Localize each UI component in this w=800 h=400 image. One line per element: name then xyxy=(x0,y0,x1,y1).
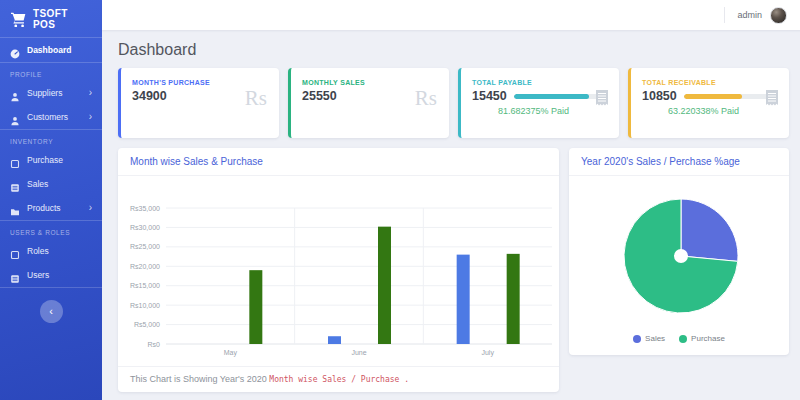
app-logo[interactable]: TSOFT POS xyxy=(0,0,102,37)
chevron-right-icon: › xyxy=(89,89,92,97)
user-icon xyxy=(10,88,20,98)
sidebar-item-label: Purchase xyxy=(27,155,63,165)
paid-progressbar xyxy=(684,94,776,99)
bar-chart-footer: This Chart is Showing Year's 2020 Month … xyxy=(118,366,559,392)
footer-code-text: Month wise Sales / Purchase . xyxy=(269,375,409,384)
paid-percent-text: 63.220338% Paid xyxy=(668,106,779,116)
legend-dot xyxy=(679,335,687,343)
pie-chart-header: Year 2020's Sales / Perchase %age xyxy=(569,148,789,176)
stat-cards-row: MONTH'S PURCHASE 34900 Rs MONTHLY SALES … xyxy=(102,68,800,138)
bar-chart: Rs0Rs5,000Rs10,000Rs15,000Rs20,000Rs25,0… xyxy=(118,178,559,362)
svg-text:Rs5,000: Rs5,000 xyxy=(134,321,160,328)
svg-text:Rs15,000: Rs15,000 xyxy=(130,282,160,289)
user-menu-label[interactable]: admin xyxy=(737,10,762,20)
list-icon xyxy=(10,179,20,189)
card-value: 10850 xyxy=(642,89,677,103)
card-label: MONTHLY SALES xyxy=(302,79,439,86)
currency-symbol: Rs xyxy=(415,86,437,111)
sidebar-item-label: Sales xyxy=(27,179,48,189)
bar-chart-title: Month wise Sales & Purchase xyxy=(130,156,547,167)
paid-percent-text: 81.682375% Paid xyxy=(498,106,609,116)
paid-progressbar xyxy=(514,94,606,99)
page-title: Dashboard xyxy=(102,30,800,68)
charts-row: Month wise Sales & Purchase Rs0Rs5,000Rs… xyxy=(102,138,800,392)
divider xyxy=(724,7,725,23)
pie-chart-card: Year 2020's Sales / Perchase %age SalesP… xyxy=(569,148,789,355)
card-value: 15450 xyxy=(472,89,507,103)
user-avatar[interactable] xyxy=(770,7,787,24)
sidebar-item-dashboard[interactable]: Dashboard xyxy=(0,38,102,62)
card-monthly-sales: MONTHLY SALES 25550 Rs xyxy=(288,68,449,138)
divider xyxy=(0,287,102,288)
gauge-icon xyxy=(10,45,20,55)
sidebar-item-label: Products xyxy=(27,203,61,213)
svg-text:June: June xyxy=(351,349,366,356)
svg-text:Rs10,000: Rs10,000 xyxy=(130,302,160,309)
sidebar-item-sales[interactable]: Sales xyxy=(0,172,102,196)
sidebar-item-roles[interactable]: Roles xyxy=(0,239,102,263)
sidebar-item-label: Customers xyxy=(27,112,68,122)
card-label: TOTAL PAYABLE xyxy=(472,79,609,86)
legend-item-sales[interactable]: Sales xyxy=(633,334,665,343)
sidebar-item-label: Users xyxy=(27,270,49,280)
chevron-right-icon: › xyxy=(89,113,92,121)
list-icon xyxy=(10,270,20,280)
bar-chart-header: Month wise Sales & Purchase xyxy=(118,148,559,176)
svg-text:July: July xyxy=(481,349,494,357)
legend-label: Sales xyxy=(645,334,665,343)
bar-chart-card: Month wise Sales & Purchase Rs0Rs5,000Rs… xyxy=(118,148,559,392)
sidebar-item-users[interactable]: Users xyxy=(0,263,102,287)
app-window: TSOFT POS Dashboard PROFILE Suppliers › … xyxy=(0,0,800,400)
pie-chart-title: Year 2020's Sales / Perchase %age xyxy=(581,156,777,167)
sidebar-item-purchase[interactable]: Purchase xyxy=(0,148,102,172)
sidebar: TSOFT POS Dashboard PROFILE Suppliers › … xyxy=(0,0,102,400)
card-label: TOTAL RECEIVABLE xyxy=(642,79,779,86)
svg-text:Rs20,000: Rs20,000 xyxy=(130,263,160,270)
card-label: MONTH'S PURCHASE xyxy=(132,79,269,86)
user-icon xyxy=(10,112,20,122)
currency-symbol: Rs xyxy=(245,86,267,111)
sidebar-item-suppliers[interactable]: Suppliers › xyxy=(0,81,102,105)
sidebar-item-label: Suppliers xyxy=(27,88,62,98)
svg-text:Rs35,000: Rs35,000 xyxy=(130,205,160,212)
pie-chart xyxy=(569,178,789,328)
main-content: admin Dashboard MONTH'S PURCHASE 34900 R… xyxy=(102,0,800,400)
box-icon xyxy=(10,246,20,256)
cart-icon xyxy=(10,12,27,27)
topbar: admin xyxy=(102,0,800,30)
sidebar-section-users-roles: USERS & ROLES xyxy=(0,221,102,239)
card-total-receivable: TOTAL RECEIVABLE 10850 63.220338% Paid xyxy=(628,68,789,138)
sidebar-collapse-button[interactable]: ‹ xyxy=(40,300,63,323)
sidebar-item-products[interactable]: Products › xyxy=(0,196,102,220)
chevron-right-icon: › xyxy=(89,204,92,212)
box-icon xyxy=(10,155,20,165)
svg-text:May: May xyxy=(224,349,238,357)
pie-legend: SalesPurchase xyxy=(569,332,789,355)
svg-text:Rs25,000: Rs25,000 xyxy=(130,243,160,250)
receipt-icon xyxy=(595,90,609,111)
sidebar-item-label: Roles xyxy=(27,246,49,256)
svg-text:Rs30,000: Rs30,000 xyxy=(130,224,160,231)
legend-label: Purchase xyxy=(691,334,725,343)
bar-chart-body: Rs0Rs5,000Rs10,000Rs15,000Rs20,000Rs25,0… xyxy=(118,176,559,366)
card-total-payable: TOTAL PAYABLE 15450 81.682375% Paid xyxy=(458,68,619,138)
folder-icon xyxy=(10,203,20,213)
pie-chart-body: SalesPurchase xyxy=(569,176,789,355)
sidebar-item-label: Dashboard xyxy=(27,45,71,55)
legend-dot xyxy=(633,335,641,343)
svg-text:Rs0: Rs0 xyxy=(148,341,161,348)
sidebar-section-profile: PROFILE xyxy=(0,63,102,81)
receipt-icon xyxy=(765,90,779,111)
footer-text: This Chart is Showing Year's 2020 xyxy=(130,374,267,384)
legend-item-purchase[interactable]: Purchase xyxy=(679,334,725,343)
sidebar-section-inventory: INVENTORY xyxy=(0,130,102,148)
sidebar-item-customers[interactable]: Customers › xyxy=(0,105,102,129)
app-title: TSOFT POS xyxy=(33,8,92,30)
card-months-purchase: MONTH'S PURCHASE 34900 Rs xyxy=(118,68,279,138)
